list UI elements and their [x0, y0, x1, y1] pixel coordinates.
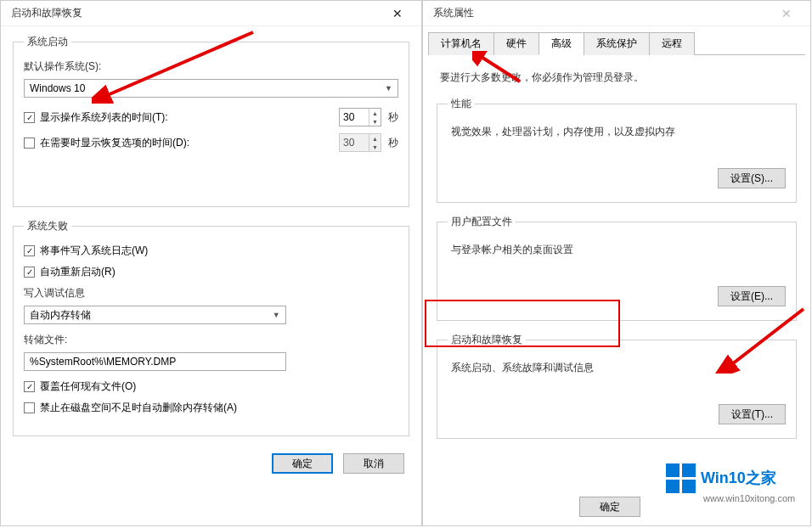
dialog-title: 系统属性 [433, 6, 474, 20]
user-profile-settings-button[interactable]: 设置(E)... [718, 286, 786, 306]
right-content: 要进行大多数更改，你必须作为管理员登录。 性能 视觉效果，处理器计划，内存使用，… [423, 55, 810, 481]
show-recovery-spinner: ▲▼ [339, 133, 381, 152]
default-os-value: Windows 10 [30, 82, 85, 94]
logo-text: Win10之家 [701, 468, 776, 488]
dump-file-value: %SystemRoot%\MEMORY.DMP [30, 356, 176, 368]
startup-recovery-legend: 启动和故障恢复 [448, 333, 526, 347]
watermark-logo: Win10之家 www.win10xitong.com [666, 445, 802, 521]
admin-note: 要进行大多数更改，你必须作为管理员登录。 [440, 70, 797, 85]
windows-icon [666, 463, 696, 493]
overwrite-label: 覆盖任何现有文件(O) [40, 379, 136, 394]
auto-restart-checkbox[interactable] [24, 267, 35, 278]
dump-type-select[interactable]: 自动内存转储 ▼ [24, 306, 286, 324]
write-event-checkbox[interactable] [24, 245, 35, 256]
tab-hardware[interactable]: 硬件 [493, 32, 539, 55]
overwrite-checkbox[interactable] [24, 381, 35, 392]
dump-file-input[interactable]: %SystemRoot%\MEMORY.DMP [24, 352, 286, 371]
tab-protection[interactable]: 系统保护 [584, 32, 650, 55]
user-profile-desc: 与登录帐户相关的桌面设置 [451, 243, 786, 257]
startup-recovery-desc: 系统启动、系统故障和调试信息 [451, 361, 786, 375]
ok-button-right[interactable]: 确定 [579, 497, 640, 517]
startup-recovery-group: 启动和故障恢复 系统启动、系统故障和调试信息 设置(T)... [437, 333, 797, 439]
spinner-buttons[interactable]: ▲▼ [369, 109, 381, 126]
show-os-list-input[interactable] [340, 109, 369, 126]
dump-file-label: 转储文件: [24, 333, 398, 347]
performance-settings-button[interactable]: 设置(S)... [718, 168, 786, 188]
default-os-label: 默认操作系统(S): [24, 59, 398, 74]
dump-type-value: 自动内存转储 [30, 308, 91, 323]
show-recovery-label: 在需要时显示恢复选项的时间(D): [40, 136, 339, 150]
cancel-button[interactable]: 取消 [343, 453, 404, 474]
show-os-list-label: 显示操作系统列表的时间(T): [40, 110, 339, 125]
user-profile-group: 用户配置文件 与登录帐户相关的桌面设置 设置(E)... [437, 215, 797, 321]
titlebar: 启动和故障恢复 ✕ [1, 1, 421, 26]
disable-auto-delete-checkbox[interactable] [24, 402, 35, 413]
system-failure-legend: 系统失败 [24, 219, 71, 233]
default-os-select[interactable]: Windows 10 ▼ [24, 79, 398, 98]
performance-group: 性能 视觉效果，处理器计划，内存使用，以及虚拟内存 设置(S)... [437, 97, 797, 203]
seconds-unit-2: 秒 [388, 136, 398, 150]
chevron-down-icon: ▼ [385, 84, 392, 93]
show-recovery-input [340, 134, 369, 151]
performance-desc: 视觉效果，处理器计划，内存使用，以及虚拟内存 [451, 125, 786, 139]
write-event-label: 将事件写入系统日志(W) [40, 244, 148, 258]
close-icon[interactable]: ✕ [381, 2, 414, 25]
disable-auto-delete-label: 禁止在磁盘空间不足时自动删除内存转储(A) [40, 401, 237, 415]
system-failure-group: 系统失败 将事件写入系统日志(W) 自动重新启动(R) 写入调试信息 自动内存转… [13, 219, 409, 436]
tab-remote[interactable]: 远程 [649, 32, 695, 55]
close-icon[interactable]: ✕ [770, 2, 804, 25]
performance-legend: 性能 [448, 97, 475, 111]
dialog-title: 启动和故障恢复 [11, 6, 82, 20]
dialog-content: 系统启动 默认操作系统(S): Windows 10 ▼ 显示操作系统列表的时间… [1, 26, 421, 482]
show-os-list-spinner[interactable]: ▲▼ [339, 108, 381, 126]
auto-restart-label: 自动重新启动(R) [40, 265, 116, 279]
show-recovery-checkbox[interactable] [24, 138, 35, 149]
write-debug-label: 写入调试信息 [24, 286, 398, 301]
spinner-buttons-disabled: ▲▼ [369, 134, 381, 151]
tab-computer-name[interactable]: 计算机名 [428, 32, 494, 55]
chevron-down-icon: ▼ [273, 311, 280, 319]
titlebar: 系统属性 ✕ [423, 1, 810, 26]
seconds-unit: 秒 [388, 110, 398, 125]
startup-recovery-dialog: 启动和故障恢复 ✕ 系统启动 默认操作系统(S): Windows 10 ▼ 显… [0, 0, 422, 526]
ok-button[interactable]: 确定 [272, 453, 333, 474]
logo-url: www.win10xitong.com [703, 493, 795, 503]
show-os-list-checkbox[interactable] [24, 112, 35, 123]
system-startup-legend: 系统启动 [24, 35, 71, 49]
user-profile-legend: 用户配置文件 [448, 215, 516, 229]
startup-recovery-settings-button[interactable]: 设置(T)... [719, 404, 786, 424]
tabs: 计算机名 硬件 高级 系统保护 远程 [428, 31, 805, 55]
system-startup-group: 系统启动 默认操作系统(S): Windows 10 ▼ 显示操作系统列表的时间… [13, 35, 409, 207]
tab-advanced[interactable]: 高级 [539, 32, 584, 55]
